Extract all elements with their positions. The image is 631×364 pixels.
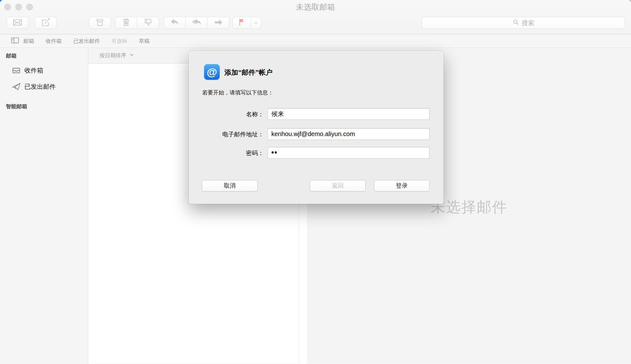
zoom-window-button[interactable] [26,4,33,10]
sidebar-toggle-icon [10,36,20,47]
toggle-sidebar-button[interactable] [10,36,20,47]
at-sign-app-icon: @ [204,64,220,80]
dialog-title: 添加“邮件”帐户 [224,68,273,77]
chevron-down-icon [129,52,135,59]
add-mail-account-dialog: @ 添加“邮件”帐户 若要开始，请填写以下信息： 名称： 电子邮件地址： 密码：… [189,51,444,204]
favorites-item-flagged[interactable]: 有旗标 [111,38,127,45]
window-title: 未选取邮箱 [0,0,631,14]
reply-all-button[interactable] [186,17,208,29]
favorites-item-sent[interactable]: 已发出邮件 [73,38,100,45]
forward-icon [213,17,224,29]
login-button[interactable]: 登录 [374,180,429,191]
reply-icon [169,17,180,29]
flag-chevron-down-icon[interactable] [251,17,261,29]
favorites-item-inbox[interactable]: 收件箱 [46,38,62,45]
inbox-tray-icon [11,65,24,75]
archive-button[interactable] [89,17,111,29]
flag-group [233,17,261,29]
name-field[interactable] [268,108,429,120]
get-mail-button[interactable] [7,17,28,29]
reply-button[interactable] [164,17,186,29]
reply-group [164,17,229,29]
search-placeholder: 搜索 [522,19,534,27]
trash-button[interactable] [115,17,137,29]
back-button[interactable]: 返回 [310,180,366,191]
mailbox-sidebar: 邮箱 收件箱 已发出邮件 智能邮箱 [0,48,88,364]
junk-thumbs-down-icon [143,17,153,29]
favorites-item-mailboxes[interactable]: 邮箱 [23,38,34,45]
sidebar-item-inbox[interactable]: 收件箱 [11,65,88,76]
sort-label: 按日期排序 [100,52,126,59]
archive-icon [95,17,105,29]
compose-button[interactable] [35,17,57,29]
reply-all-icon [191,17,202,29]
junk-button[interactable] [137,17,159,29]
paper-plane-icon [11,82,24,92]
forward-button[interactable] [208,17,229,29]
window-chrome: 未选取邮箱 [0,0,631,34]
cancel-button[interactable]: 取消 [202,180,258,191]
flag-button[interactable] [233,17,251,29]
minimize-window-button[interactable] [15,4,22,10]
sidebar-item-label: 收件箱 [24,66,43,75]
titlebar: 未选取邮箱 [0,0,631,13]
favorites-bar: 邮箱 收件箱 已发出邮件 有旗标 草稿 [0,34,631,48]
search-icon [512,19,519,27]
sidebar-section-smart-mailboxes: 智能邮箱 [6,103,88,110]
name-label: 名称： [189,110,264,119]
trash-junk-group [115,17,159,29]
trash-icon [121,17,131,29]
close-window-button[interactable] [4,4,11,10]
email-label: 电子邮件地址： [189,130,264,139]
compose-icon [40,17,51,29]
password-field[interactable] [268,147,429,159]
get-mail-envelope-icon [12,17,23,29]
sidebar-section-mailboxes: 邮箱 [6,52,88,59]
email-field[interactable] [268,128,429,140]
favorites-item-drafts[interactable]: 草稿 [139,38,150,45]
search-input[interactable]: 搜索 [422,17,625,29]
toolbar: 搜索 [0,13,631,34]
sidebar-item-sent[interactable]: 已发出邮件 [11,81,88,92]
flag-icon [237,17,247,28]
dialog-subtitle: 若要开始，请填写以下信息： [202,89,274,96]
mail-app-window: 未选取邮箱 [0,0,631,364]
password-label: 密码： [189,149,264,157]
sidebar-item-label: 已发出邮件 [24,83,56,91]
